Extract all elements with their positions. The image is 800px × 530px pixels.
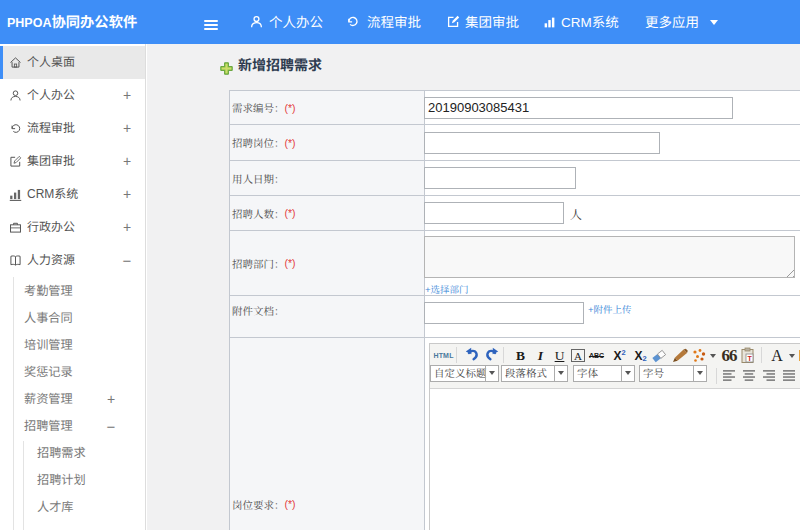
svg-text:T: T — [748, 355, 753, 362]
